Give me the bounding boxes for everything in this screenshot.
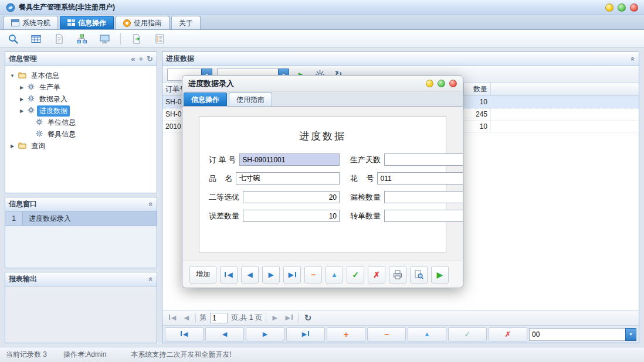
tree-node-production-order[interactable]: ▶ 生产单	[6, 81, 155, 93]
tree-node-label[interactable]: 进度数据	[37, 105, 70, 117]
dialog-minimize-button[interactable]	[426, 80, 433, 87]
prev-record-button[interactable]: ◀	[241, 266, 259, 284]
page-number-input[interactable]	[210, 313, 228, 323]
second-grade-input[interactable]	[243, 191, 340, 203]
page-total-label: 页,共 1 页	[231, 313, 262, 323]
tree-node-label[interactable]: 餐具信息	[45, 129, 78, 140]
orgchart-button[interactable]	[74, 32, 89, 46]
prev-record-button[interactable]: ◀	[205, 327, 244, 341]
run-button[interactable]: ▶	[431, 266, 449, 284]
statusbar: 当前记录数 3 操作者:Admin 本系统支持二次开发和全新开发!	[0, 347, 644, 362]
list-item-progress-entry[interactable]: 1 进度数据录入	[5, 211, 157, 226]
pattern-number-input[interactable]	[377, 172, 463, 185]
edit-record-button[interactable]: ▲	[408, 327, 446, 341]
up-icon: ▲	[331, 271, 338, 278]
confirm-button[interactable]: ✓	[448, 327, 487, 341]
dialog-maximize-button[interactable]	[438, 80, 445, 87]
close-button[interactable]	[630, 4, 638, 12]
tree-node-query[interactable]: ▶ 查询	[6, 140, 155, 152]
next-record-button[interactable]: ▶	[262, 266, 280, 284]
report-output-header: 报表输出 «	[5, 272, 157, 286]
monitor-button[interactable]	[97, 32, 111, 46]
maximize-button[interactable]	[618, 4, 626, 12]
window-title: 餐具生产管理系统(非注册用户)	[19, 2, 115, 12]
cancel-button[interactable]: ✗	[368, 266, 385, 284]
orgchart-icon	[76, 33, 87, 45]
tab-label: 系统导航	[22, 18, 50, 28]
dialog-close-button[interactable]	[449, 80, 457, 87]
tab-label: 信息操作	[191, 95, 219, 105]
transfer-quantity-input[interactable]	[384, 210, 463, 222]
grid-icon	[67, 19, 75, 26]
first-record-button[interactable]: ◀	[165, 327, 204, 341]
product-name-input[interactable]	[236, 172, 340, 185]
tree-node-progress-data[interactable]: ▶ 进度数据	[6, 105, 155, 117]
last-page-icon[interactable]: ▶	[284, 315, 294, 321]
edit-record-button[interactable]: ▲	[326, 266, 343, 284]
play-icon: ▶	[437, 271, 443, 279]
collapse-panel-icon[interactable]: «	[629, 57, 637, 61]
node-closed-icon[interactable]: ▶	[9, 144, 16, 149]
missed-inspection-input[interactable]	[384, 191, 463, 203]
tree-node-label[interactable]: 基本信息	[29, 70, 62, 81]
tree-node-label[interactable]: 数据录入	[37, 94, 70, 105]
tab-info-operation[interactable]: 信息操作	[60, 16, 114, 29]
tree-node-label[interactable]: 查询	[29, 141, 48, 152]
delete-record-button[interactable]: −	[367, 327, 406, 341]
export-button[interactable]	[130, 32, 144, 46]
field-order-number: 订 单 号	[209, 153, 340, 166]
error-quantity-input[interactable]	[243, 210, 340, 222]
add-button[interactable]: 增加	[189, 266, 216, 284]
print-button[interactable]	[389, 266, 406, 284]
tree-node-unit-info[interactable]: 单位信息	[6, 117, 155, 128]
tree-node-data-entry[interactable]: ▶ 数据录入	[6, 93, 155, 105]
collapse-panel-icon[interactable]: «	[147, 277, 155, 281]
document-button[interactable]	[52, 32, 66, 46]
cancel-button[interactable]: ✗	[489, 327, 527, 341]
field-second-grade: 二等选优	[209, 191, 340, 203]
dialog-tab-info-operation[interactable]: 信息操作	[184, 93, 227, 106]
tree-node-basic-info[interactable]: ▼ 基本信息	[6, 70, 155, 81]
last-record-button[interactable]: ▶	[286, 327, 325, 341]
refresh-icon[interactable]: ↻	[147, 55, 153, 63]
dialog-tab-user-guide[interactable]: 使用指南	[229, 93, 272, 106]
tab-user-guide[interactable]: 使用指南	[116, 16, 170, 29]
tree-node-tableware-info[interactable]: 餐具信息	[6, 128, 155, 140]
add-icon[interactable]: +	[139, 55, 144, 63]
table-button[interactable]	[29, 32, 43, 46]
titlebar: 餐具生产管理系统(非注册用户)	[0, 0, 644, 15]
tree-node-label[interactable]: 单位信息	[45, 117, 78, 128]
save-button[interactable]: ✓	[347, 266, 364, 284]
tab-system-navigation[interactable]: 系统导航	[4, 16, 58, 29]
tab-about[interactable]: 关于	[171, 16, 201, 29]
order-number-input[interactable]	[239, 153, 340, 166]
refresh-icon[interactable]: ↻	[304, 313, 312, 323]
gear-icon	[28, 95, 35, 104]
production-days-input[interactable]	[384, 153, 463, 166]
tree-node-label[interactable]: 生产单	[37, 82, 63, 93]
node-closed-icon[interactable]: ▶	[18, 108, 25, 114]
chevron-down-icon[interactable]: ▼	[625, 328, 636, 341]
dialog-titlebar[interactable]: 进度数据录入	[182, 76, 463, 92]
last-record-button[interactable]: ▶	[283, 266, 301, 284]
collapse-panel-icon[interactable]: «	[147, 202, 155, 206]
node-closed-icon[interactable]: ▶	[18, 97, 25, 102]
print-preview-button[interactable]	[410, 266, 428, 284]
record-count-input[interactable]	[529, 328, 625, 341]
list-button[interactable]	[152, 32, 167, 46]
first-record-button[interactable]: ◀	[220, 266, 238, 284]
delete-record-button[interactable]: −	[304, 266, 322, 284]
minimize-button[interactable]	[605, 4, 614, 12]
first-icon: ◀	[225, 271, 232, 278]
first-page-icon[interactable]: ◀	[167, 315, 178, 321]
next-page-icon[interactable]: ▶	[270, 315, 280, 321]
prev-page-icon[interactable]: ◀	[181, 315, 192, 321]
node-closed-icon[interactable]: ▶	[18, 85, 25, 90]
last-icon: ▶	[288, 271, 296, 278]
next-record-button[interactable]: ▶	[246, 327, 284, 341]
add-record-button[interactable]: +	[327, 327, 365, 341]
node-open-icon[interactable]: ▼	[9, 73, 16, 78]
search-button[interactable]	[6, 32, 20, 46]
collapse-sidebar-icon[interactable]: «	[131, 55, 135, 63]
column-header-qty[interactable]: 数量	[464, 83, 491, 95]
